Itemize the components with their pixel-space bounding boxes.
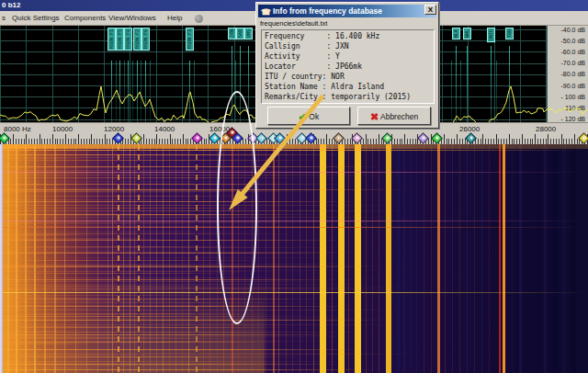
menu-item-view-windows[interactable]: View/Windows bbox=[108, 13, 156, 24]
waterfall-noise-line bbox=[0, 292, 588, 293]
waterfall-signal-streak bbox=[452, 144, 453, 373]
waterfall-speckle bbox=[0, 157, 175, 158]
waterfall-speckle bbox=[0, 188, 192, 189]
waterfall-speckle bbox=[0, 324, 395, 325]
waterfall-speckle bbox=[0, 298, 92, 299]
waterfall-speckle bbox=[0, 302, 294, 303]
waterfall-speckle bbox=[0, 210, 416, 211]
menu-item-s[interactable]: s bbox=[2, 13, 6, 24]
cancel-button[interactable]: ✖ Abbrechen bbox=[357, 107, 431, 125]
window-left-border bbox=[0, 144, 3, 373]
waterfall-signal-streak bbox=[379, 144, 379, 373]
waterfall-speckle bbox=[0, 314, 321, 315]
window-title: 0 b12 bbox=[2, 1, 20, 9]
waterfall-speckle bbox=[0, 167, 163, 168]
station-info-panel: Frequency : 16.400 kHz Callsign : JXN Ac… bbox=[261, 29, 435, 104]
waterfall-speckle bbox=[0, 185, 85, 186]
waterfall-speckle bbox=[0, 365, 257, 366]
freq-label: 28000 bbox=[536, 125, 556, 133]
waterfall-speckle bbox=[0, 367, 107, 368]
info-dialog[interactable]: ☎ Info from frequency database X frequen… bbox=[255, 2, 439, 129]
waterfall-speckle bbox=[0, 268, 64, 269]
freq-label: 10000 bbox=[52, 125, 73, 133]
waterfall-speckle bbox=[0, 338, 276, 339]
freq-label: 8000 Hz bbox=[4, 125, 31, 133]
waterfall-noise-line bbox=[0, 306, 588, 307]
waterfall-display[interactable] bbox=[0, 144, 588, 373]
dialog-titlebar[interactable]: ☎ Info from frequency database bbox=[258, 5, 436, 17]
waterfall-noise-line bbox=[0, 184, 588, 185]
waterfall-signal-streak bbox=[467, 144, 468, 373]
close-icon[interactable]: X bbox=[424, 5, 436, 15]
menu-item-help[interactable]: Help bbox=[167, 13, 182, 24]
waterfall-speckle bbox=[0, 305, 307, 306]
waterfall-signal-streak bbox=[278, 144, 279, 373]
waterfall-speckle bbox=[0, 239, 175, 240]
waterfall-speckle bbox=[0, 235, 75, 236]
menu-item-quick-settings[interactable]: Quick Settings bbox=[12, 13, 60, 24]
waterfall-speckle bbox=[0, 217, 408, 218]
waterfall-signal-streak bbox=[503, 144, 505, 373]
waterfall-signal-streak bbox=[489, 144, 490, 373]
waterfall-speckle bbox=[0, 343, 169, 344]
waterfall-speckle bbox=[0, 273, 174, 274]
ok-label: Ok bbox=[309, 112, 319, 121]
waterfall-speckle bbox=[0, 326, 178, 327]
waterfall-top-band bbox=[0, 144, 588, 149]
waterfall-signal-streak bbox=[424, 144, 424, 373]
waterfall-speckle bbox=[0, 192, 232, 193]
waterfall-signal-streak bbox=[366, 144, 367, 373]
waterfall-signal-streak bbox=[355, 144, 361, 373]
waterfall-speckle bbox=[0, 364, 153, 365]
cancel-label: Abbrechen bbox=[380, 112, 418, 121]
waterfall-speckle bbox=[0, 199, 92, 200]
waterfall-noise-line bbox=[0, 208, 588, 209]
waterfall-signal-streak bbox=[320, 144, 326, 373]
waterfall-speckle bbox=[0, 247, 345, 248]
waterfall-speckle bbox=[0, 177, 415, 178]
waterfall-signal-streak bbox=[571, 144, 576, 373]
waterfall-speckle bbox=[0, 319, 327, 320]
waterfall-speckle bbox=[0, 361, 354, 362]
waterfall-signal-streak bbox=[332, 144, 333, 373]
waterfall-signal-streak bbox=[526, 144, 530, 373]
waterfall-speckle bbox=[0, 265, 241, 266]
telephone-icon: ☎ bbox=[261, 6, 271, 18]
check-icon: ✔ bbox=[299, 111, 307, 122]
waterfall-speckle bbox=[0, 310, 407, 311]
waterfall-speckle bbox=[0, 158, 84, 159]
waterfall-signal-streak bbox=[372, 144, 373, 373]
waterfall-speckle bbox=[0, 226, 420, 227]
waterfall-speckle bbox=[0, 337, 215, 338]
waterfall-signal-streak bbox=[437, 144, 440, 373]
waterfall-signal-streak bbox=[313, 144, 314, 373]
waterfall-signal-streak bbox=[286, 144, 287, 373]
waterfall-speckle bbox=[0, 201, 187, 202]
waterfall-signal-streak bbox=[403, 144, 405, 373]
waterfall-speckle bbox=[0, 350, 379, 351]
waterfall-signal-streak bbox=[386, 144, 391, 373]
waterfall-signal-streak bbox=[581, 144, 586, 373]
waterfall-speckle bbox=[0, 276, 62, 277]
waterfall-speckle bbox=[0, 342, 274, 343]
waterfall-speckle bbox=[0, 233, 85, 234]
ok-button[interactable]: ✔ Ok bbox=[267, 107, 350, 125]
waterfall-speckle bbox=[0, 238, 155, 239]
waterfall-noise-line bbox=[0, 327, 588, 328]
waterfall-signal-streak bbox=[459, 144, 460, 373]
waterfall-speckle bbox=[0, 205, 407, 206]
waterfall-signal-streak bbox=[511, 144, 514, 373]
waterfall-signal-streak bbox=[536, 144, 541, 373]
menu-item-components[interactable]: Components bbox=[64, 13, 106, 24]
waterfall-signal-streak bbox=[562, 144, 566, 373]
waterfall-speckle bbox=[0, 285, 140, 286]
waterfall-speckle bbox=[0, 332, 293, 333]
waterfall-speckle bbox=[0, 295, 221, 296]
waterfall-noise-line bbox=[0, 150, 588, 151]
waterfall-speckle bbox=[0, 281, 336, 282]
waterfall-speckle bbox=[0, 173, 215, 174]
waterfall-signal-streak bbox=[416, 144, 417, 373]
x-icon: ✖ bbox=[370, 111, 379, 122]
waterfall-signal-streak bbox=[474, 144, 475, 373]
waterfall-signal-streak bbox=[397, 144, 400, 373]
